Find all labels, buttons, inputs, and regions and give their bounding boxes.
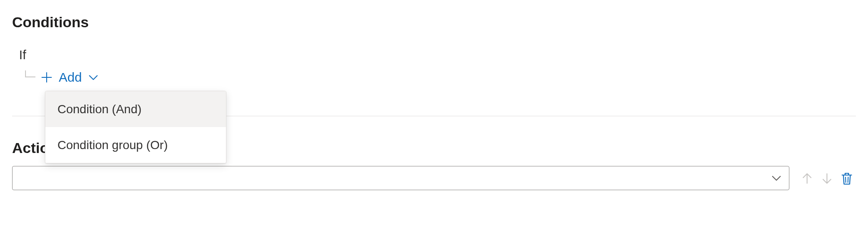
- move-up-button[interactable]: [798, 169, 816, 188]
- conditions-section: Conditions If Add: [12, 12, 856, 86]
- menu-item-condition-group-or[interactable]: Condition group (Or): [45, 127, 226, 163]
- tree-connector-icon: [25, 73, 37, 82]
- add-condition-row: Add Condition (And) Condition group (Or): [19, 68, 856, 86]
- delete-action-button[interactable]: [838, 169, 856, 188]
- chevron-down-icon: [88, 72, 99, 83]
- conditions-body: If Add Condition (And): [12, 46, 856, 86]
- add-condition-button[interactable]: Add: [41, 68, 99, 86]
- svg-line-2: [846, 177, 846, 182]
- move-down-button[interactable]: [818, 169, 836, 188]
- menu-item-condition-and[interactable]: Condition (And): [45, 91, 226, 127]
- action-controls: [798, 166, 856, 188]
- add-condition-label: Add: [59, 68, 82, 86]
- svg-line-3: [848, 177, 849, 182]
- actions-row: [12, 166, 856, 190]
- action-select-dropdown[interactable]: [12, 166, 789, 190]
- chevron-down-icon: [771, 172, 782, 184]
- if-label: If: [19, 46, 856, 64]
- plus-icon: [41, 71, 53, 83]
- conditions-heading: Conditions: [12, 12, 856, 33]
- add-condition-menu: Condition (And) Condition group (Or): [45, 91, 226, 163]
